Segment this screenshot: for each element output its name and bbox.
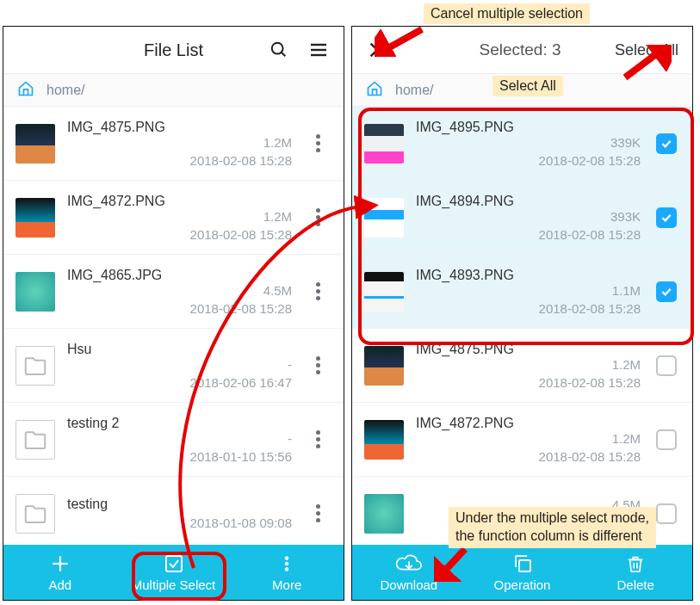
breadcrumb-path: home/ xyxy=(46,83,84,98)
svg-rect-10 xyxy=(166,556,182,571)
file-date: 2018-01-08 09:08 xyxy=(190,515,292,530)
file-date: 2018-01-10 15:56 xyxy=(190,449,292,464)
button-label: Multiple Select xyxy=(132,577,216,592)
file-name: IMG_4895.PNG xyxy=(416,120,641,135)
select-checkbox[interactable] xyxy=(656,281,677,302)
callout-select-all: Select All xyxy=(492,76,563,96)
select-checkbox[interactable] xyxy=(656,355,677,376)
file-thumbnail xyxy=(364,124,404,164)
callout-function-column-diff: Under the multiple select mode, the func… xyxy=(449,507,656,548)
file-thumbnail xyxy=(364,420,404,460)
file-meta: IMG_4875.PNG 1.2M 2018-02-08 15:28 xyxy=(67,115,292,171)
file-size: 1.2M xyxy=(612,431,641,446)
file-row[interactable]: testing 2018-01-08 09:08 xyxy=(3,477,344,545)
bottom-bar: Add Multiple Select More xyxy=(3,545,344,600)
header-title: File List xyxy=(94,40,253,60)
file-row[interactable]: IMG_4894.PNG 393K 2018-02-08 15:28 xyxy=(352,181,692,255)
file-name: testing xyxy=(67,497,292,512)
file-meta: IMG_4893.PNG 1.1M 2018-02-08 15:28 xyxy=(416,263,641,319)
file-date: 2018-02-08 15:28 xyxy=(539,449,641,464)
file-size: 339K xyxy=(610,135,641,150)
file-size: 4.5M xyxy=(263,283,292,298)
home-icon[interactable] xyxy=(17,80,34,101)
select-checkbox[interactable] xyxy=(656,503,677,524)
more-icon[interactable] xyxy=(311,425,325,454)
file-row[interactable]: IMG_4893.PNG 1.1M 2018-02-08 15:28 xyxy=(352,255,692,329)
cloud-down-icon xyxy=(396,553,422,574)
arrow-to-select-all xyxy=(620,45,672,83)
file-size: 1.2M xyxy=(263,135,292,150)
breadcrumb[interactable]: home/ xyxy=(3,74,344,107)
file-name: IMG_4872.PNG xyxy=(67,194,292,209)
folder-icon xyxy=(15,420,55,460)
file-date: 2018-02-08 15:28 xyxy=(539,301,641,316)
copy-icon xyxy=(512,553,533,574)
file-date: 2018-02-08 15:28 xyxy=(190,301,292,316)
file-name: IMG_4893.PNG xyxy=(416,268,641,283)
file-name: IMG_4872.PNG xyxy=(416,416,641,431)
file-date: 2018-02-06 16:47 xyxy=(190,375,292,390)
file-thumbnail xyxy=(15,124,55,164)
file-size: 1.2M xyxy=(263,209,292,224)
button-label: Delete xyxy=(617,577,654,592)
file-name: IMG_4865.JPG xyxy=(67,268,292,283)
svg-point-12 xyxy=(285,562,288,565)
svg-point-11 xyxy=(285,556,288,559)
svg-line-4 xyxy=(282,52,286,57)
svg-point-13 xyxy=(285,567,288,571)
file-thumbnail xyxy=(364,346,404,386)
select-checkbox[interactable] xyxy=(656,429,677,450)
file-meta: IMG_4894.PNG 393K 2018-02-08 15:28 xyxy=(416,189,641,245)
screen-file-list: File List home/ IMG_4875.PNG 1.2M 2018-0… xyxy=(3,26,344,601)
file-row[interactable]: IMG_4895.PNG 339K 2018-02-08 15:28 xyxy=(352,107,692,181)
more-icon[interactable] xyxy=(311,277,325,306)
file-row[interactable]: Hsu - 2018-02-06 16:47 xyxy=(3,329,344,403)
trash-icon xyxy=(626,553,645,574)
bottom-bar: Download Operation Delete xyxy=(352,545,692,600)
select-checkbox[interactable] xyxy=(656,207,677,228)
file-meta: IMG_4895.PNG 339K 2018-02-08 15:28 xyxy=(416,115,641,171)
callout-cancel-selection: Cancel multiple selection xyxy=(424,3,590,24)
more-icon[interactable] xyxy=(311,499,325,528)
more-icon[interactable] xyxy=(311,129,325,157)
file-meta: Hsu - 2018-02-06 16:47 xyxy=(67,337,292,393)
more-button[interactable]: More xyxy=(230,545,344,600)
file-row[interactable]: IMG_4875.PNG 1.2M 2018-02-08 15:28 xyxy=(3,107,344,181)
file-meta: IMG_4872.PNG 1.2M 2018-02-08 15:28 xyxy=(416,411,641,467)
search-icon[interactable] xyxy=(268,39,290,61)
file-row[interactable]: IMG_4875.PNG 1.2M 2018-02-08 15:28 xyxy=(352,329,692,403)
button-label: Add xyxy=(48,577,71,592)
file-meta: IMG_4875.PNG 1.2M 2018-02-08 15:28 xyxy=(416,337,641,393)
file-date: 2018-02-08 15:28 xyxy=(539,227,641,242)
file-list: IMG_4895.PNG 339K 2018-02-08 15:28 IMG_4… xyxy=(352,107,692,545)
add-button[interactable]: Add xyxy=(3,545,117,600)
arrow-to-cancel xyxy=(375,22,426,57)
select-checkbox[interactable] xyxy=(656,133,677,154)
operation-button[interactable]: Operation xyxy=(466,545,579,600)
file-row[interactable]: testing 2 - 2018-01-10 15:56 xyxy=(3,403,344,477)
multiple-select-button[interactable]: Multiple Select xyxy=(117,545,231,600)
svg-point-3 xyxy=(272,43,283,54)
file-row[interactable]: IMG_4872.PNG 1.2M 2018-02-08 15:28 xyxy=(352,403,692,477)
header: File List xyxy=(3,27,344,74)
more-icon[interactable] xyxy=(311,351,325,380)
more-icon[interactable] xyxy=(311,203,325,232)
home-icon[interactable] xyxy=(366,80,383,101)
file-date: 2018-02-08 15:28 xyxy=(190,227,292,242)
file-size: - xyxy=(288,357,292,372)
svg-line-1 xyxy=(625,52,660,77)
file-meta: IMG_4872.PNG 1.2M 2018-02-08 15:28 xyxy=(67,189,292,245)
file-row[interactable]: IMG_4872.PNG 1.2M 2018-02-08 15:28 xyxy=(3,181,344,255)
file-size: 393K xyxy=(610,209,641,224)
file-meta: testing 2 - 2018-01-10 15:56 xyxy=(67,411,292,467)
file-size: - xyxy=(288,431,292,446)
file-name: IMG_4875.PNG xyxy=(67,120,292,135)
folder-icon xyxy=(15,346,55,386)
vdots-icon xyxy=(277,553,296,574)
svg-line-2 xyxy=(443,549,465,573)
file-row[interactable]: IMG_4865.JPG 4.5M 2018-02-08 15:28 xyxy=(3,255,344,329)
file-date: 2018-02-08 15:28 xyxy=(190,153,292,168)
delete-button[interactable]: Delete xyxy=(579,545,692,600)
menu-icon[interactable] xyxy=(307,39,330,61)
file-thumbnail xyxy=(364,494,404,534)
